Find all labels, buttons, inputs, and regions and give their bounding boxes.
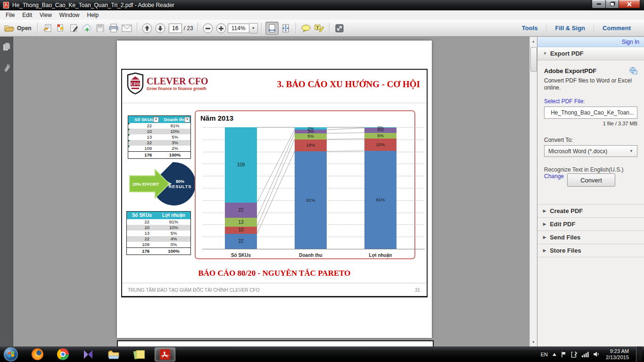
next-pdf-page-top <box>117 340 434 346</box>
menu-file[interactable]: File <box>2 11 18 19</box>
action-center-flag-icon[interactable] <box>561 351 567 358</box>
tools-panel: Sign In ▼ Export PDF Adobe ExportPDF Con… <box>537 37 644 346</box>
bar-segment-tier-1-top-products: 81% <box>295 151 327 249</box>
taskbar-explorer-button[interactable] <box>104 348 124 361</box>
adobe-reader-icon <box>159 349 171 360</box>
table-row: 224% <box>127 236 190 242</box>
email-button[interactable] <box>121 22 133 34</box>
section-label: Edit PDF <box>550 221 575 228</box>
bar-segment-tier-5-long-tail: 109 <box>225 127 257 203</box>
restore-button[interactable] <box>606 0 619 8</box>
section-create-pdf[interactable]: ▶Create PDF <box>537 204 644 217</box>
print-button[interactable] <box>107 22 120 34</box>
section-store-files[interactable]: ▶Store Files <box>537 244 644 257</box>
menu-edit[interactable]: Edit <box>18 11 36 19</box>
highlight-text-icon: T <box>314 24 324 33</box>
show-desktop-button[interactable] <box>636 346 642 362</box>
scroll-mode-button[interactable] <box>265 22 279 35</box>
menu-help[interactable]: Help <box>83 11 103 19</box>
fit-page-button[interactable] <box>280 22 292 34</box>
table-row: 1010% <box>128 129 190 134</box>
close-button[interactable] <box>619 0 640 8</box>
clipboard-pen-icon[interactable] <box>571 351 578 358</box>
filter-dropdown-icon: ▼ <box>184 117 190 123</box>
restore-icon <box>610 2 614 6</box>
menu-view[interactable]: View <box>36 11 56 19</box>
taskbar-firefox-button[interactable] <box>27 348 47 361</box>
sign-in-link[interactable]: Sign In <box>622 39 639 45</box>
convert-format-dropdown[interactable]: Microsoft Word (*.docx) ▼ <box>544 145 637 157</box>
close-icon <box>627 2 632 7</box>
highlight-button[interactable]: T <box>313 22 325 34</box>
previous-page-button[interactable] <box>141 22 153 34</box>
scrollbar-thumb[interactable] <box>530 47 537 72</box>
fullscreen-button[interactable] <box>333 22 346 34</box>
separator <box>261 23 262 34</box>
network-signal-icon[interactable] <box>582 351 589 357</box>
taskbar: EN 9:23 AM 2/13/2015 <box>0 346 644 362</box>
zoom-dropdown-button[interactable]: ▼ <box>249 23 258 33</box>
export-pdf-header[interactable]: ▼ Export PDF <box>537 47 644 60</box>
zoom-in-button[interactable] <box>215 22 227 34</box>
scroll-down-button[interactable]: ▼ <box>530 338 537 346</box>
tab-tools[interactable]: Tools <box>513 25 546 32</box>
taskbar-chrome-button[interactable] <box>53 348 73 361</box>
upload-cloud-button[interactable] <box>81 22 93 34</box>
document-area[interactable]: CFO CLEVER CFO Grow finance to finance g… <box>13 37 529 346</box>
sku-profit-table: Số SKUsLợi nhuận2281%1010%135%224%1090%1… <box>126 211 191 255</box>
taskbar-sticky-notes-button[interactable] <box>129 348 149 361</box>
table-row: 135% <box>127 230 190 236</box>
page-number-input[interactable] <box>169 24 182 33</box>
section-send-files[interactable]: ▶Send Files <box>537 230 644 244</box>
language-indicator[interactable]: EN <box>541 352 548 357</box>
triangle-right-icon: ▶ <box>543 209 546 213</box>
sign-pen-icon <box>69 24 79 33</box>
volume-icon[interactable] <box>593 351 600 357</box>
start-button[interactable] <box>4 347 18 362</box>
zoom-level: 114% <box>231 25 246 32</box>
column-header: Doanh thu▼ <box>159 116 190 123</box>
column-header: Số SKUs▼ <box>128 116 159 123</box>
page-thumbnails-icon[interactable] <box>3 42 10 51</box>
pareto-chart: Năm 2013 22101322109Số SKUs81%10%5%3%2%D… <box>195 110 415 259</box>
tab-fill-sign[interactable]: Fill & Sign <box>546 25 594 32</box>
save-copy-icon <box>43 24 52 33</box>
pareto-8020-graphic: 20% EFFORT 80% RESULTS <box>126 159 197 208</box>
fullscreen-icon <box>335 24 344 33</box>
slide-footer-row: TRUNG TÂM ĐÀO TẠO GIÁM ĐỐC TÀI CHÍNH CLE… <box>128 288 420 293</box>
segment-label: 5% <box>377 134 384 138</box>
zoom-out-icon <box>203 23 213 33</box>
excel-flag-mark <box>128 146 130 148</box>
save-copy-button[interactable] <box>41 22 54 34</box>
clock[interactable]: 9:23 AM 2/13/2015 <box>606 348 629 361</box>
page-total: / 23 <box>184 25 193 32</box>
sign-button[interactable] <box>68 22 80 34</box>
taskbar-adobe-reader-button[interactable] <box>155 347 175 362</box>
online-service-globe-icon <box>629 67 637 74</box>
comment-button[interactable] <box>300 22 312 34</box>
convert-button[interactable]: Convert <box>567 173 615 187</box>
vertical-scrollbar[interactable]: ▲ ▼ <box>529 37 537 346</box>
separator <box>296 23 296 34</box>
attachments-paperclip-icon[interactable] <box>3 63 10 74</box>
comment-bubble-icon <box>301 24 311 33</box>
tab-comment[interactable]: Comment <box>594 25 639 32</box>
triangle-right-icon: ▶ <box>543 222 546 226</box>
zoom-level-box[interactable]: 114% <box>228 24 249 33</box>
export-pdf-button[interactable] <box>55 22 67 34</box>
save-button[interactable] <box>94 22 107 34</box>
chevron-down-icon: ▼ <box>629 149 633 153</box>
menu-window[interactable]: Window <box>56 11 83 19</box>
section-edit-pdf[interactable]: ▶Edit PDF <box>537 217 644 230</box>
open-button[interactable]: Open <box>4 22 33 34</box>
zoom-out-button[interactable] <box>202 22 214 34</box>
show-hidden-icons-button[interactable] <box>552 353 557 356</box>
taskbar-kmplayer-button[interactable] <box>78 348 98 361</box>
segment-label: 10% <box>306 143 315 147</box>
convert-format-value: Microsoft Word (*.docx) <box>548 148 607 155</box>
select-pdf-file-link[interactable]: Select PDF File: <box>544 98 637 105</box>
next-page-button[interactable] <box>154 22 166 34</box>
selected-file-box[interactable]: He_Thong_Bao_Cao_Ke_Toan... <box>544 107 637 119</box>
scroll-up-button[interactable]: ▲ <box>530 38 537 45</box>
minimize-button[interactable] <box>592 0 606 8</box>
